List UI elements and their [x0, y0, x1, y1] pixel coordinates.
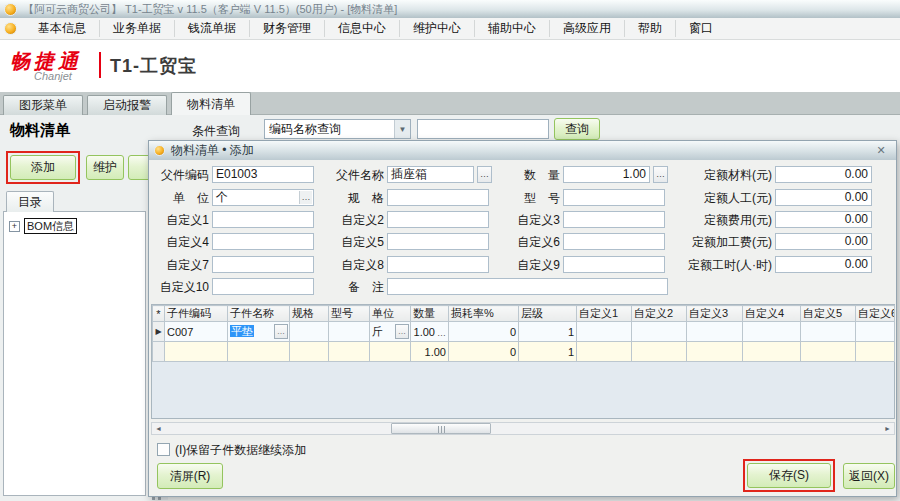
menu-item-window[interactable]: 窗口: [675, 20, 726, 37]
custom10-field[interactable]: [212, 278, 314, 295]
cell-custom2[interactable]: [632, 342, 687, 362]
menu-item-maintenance-center[interactable]: 维护中心: [399, 20, 474, 37]
query-type-dropdown[interactable]: 编码名称查询 ▼: [264, 119, 411, 139]
menu-item-info-center[interactable]: 信息中心: [324, 20, 399, 37]
custom7-field[interactable]: [212, 256, 314, 273]
child-items-grid: * 子件编码 子件名称 规格 型号 单位 数量 损耗率% 层级 自定义1 自定义…: [151, 304, 895, 419]
remark-field[interactable]: [387, 278, 668, 295]
row-marker-cell: [153, 342, 165, 362]
cell-level[interactable]: 1: [519, 322, 577, 342]
custom4-field[interactable]: [212, 233, 314, 250]
tab-startup-alert[interactable]: 启动报警: [87, 95, 167, 115]
grid-hscrollbar[interactable]: ◄ ►: [151, 422, 895, 435]
grid-row-1: ▶ C007 平垫 … 斤 … 1.00… 0: [153, 322, 895, 342]
keep-child-data-label[interactable]: (I)保留子件数据继续添加: [175, 442, 306, 459]
cell-qty[interactable]: 1.00…: [411, 322, 449, 342]
cell-child-name[interactable]: 平垫 …: [228, 322, 290, 342]
clear-button[interactable]: 清屏(R): [157, 463, 223, 489]
window-titlebar: 【阿可云商贸公司】 T1-工贸宝 v 11.5（客户端 V 11.5）(50用户…: [0, 0, 900, 18]
custom5-field[interactable]: [387, 233, 489, 250]
menu-item-finance[interactable]: 财务管理: [249, 20, 324, 37]
add-button-highlight: 添加: [6, 151, 80, 184]
cell-unit[interactable]: [370, 342, 411, 362]
tab-graphic-menu[interactable]: 图形菜单: [3, 95, 83, 115]
dropdown-arrow-icon[interactable]: ▼: [394, 120, 410, 138]
cell-spec[interactable]: [290, 342, 329, 362]
cell-level[interactable]: 1: [519, 342, 577, 362]
parent-name-label: 父件名称: [315, 167, 384, 184]
scrollbar-track[interactable]: [165, 423, 881, 434]
child-name-lookup-button[interactable]: …: [274, 324, 288, 339]
quota-expense-field[interactable]: 0.00: [775, 211, 872, 228]
cell-custom4[interactable]: [743, 322, 801, 342]
cell-loss-rate[interactable]: 0: [449, 322, 519, 342]
query-button[interactable]: 查询: [554, 118, 600, 140]
scroll-right-icon[interactable]: ►: [881, 423, 894, 434]
remark-label: 备 注: [315, 279, 384, 296]
unit-lookup-button[interactable]: …: [299, 191, 312, 204]
custom1-field[interactable]: [212, 211, 314, 228]
query-label: 条件查询: [192, 123, 240, 140]
cell-custom6[interactable]: [856, 342, 895, 362]
parent-name-field[interactable]: 插座箱: [387, 166, 474, 183]
cell-unit[interactable]: 斤 …: [370, 322, 411, 342]
back-button[interactable]: 返回(X): [843, 463, 895, 489]
tree-node-label[interactable]: BOM信息: [24, 218, 77, 234]
custom2-field[interactable]: [387, 211, 489, 228]
spec-field[interactable]: [387, 189, 489, 206]
cell-child-code[interactable]: C007: [165, 322, 228, 342]
cell-qty[interactable]: 1.00: [411, 342, 449, 362]
query-input[interactable]: [417, 119, 549, 139]
quota-labor-field[interactable]: 0.00: [775, 189, 872, 206]
menu-item-basic-info[interactable]: 基本信息: [25, 20, 99, 37]
cell-custom1[interactable]: [577, 322, 632, 342]
col-custom1: 自定义1: [577, 306, 632, 322]
app-icon: [4, 22, 17, 35]
cell-child-code[interactable]: [165, 342, 228, 362]
maintain-button[interactable]: 维护: [86, 155, 124, 180]
menu-item-business-docs[interactable]: 业务单据: [99, 20, 174, 37]
menu-item-help[interactable]: 帮助: [624, 20, 675, 37]
catalog-tab[interactable]: 目录: [6, 191, 54, 212]
document-tabstrip: 图形菜单 启动报警 物料清单: [0, 92, 900, 115]
page-title: 物料清单: [10, 121, 70, 140]
cell-spec[interactable]: [290, 322, 329, 342]
custom6-label: 自定义6: [483, 234, 560, 251]
add-button[interactable]: 添加: [10, 155, 76, 180]
tree-expand-icon[interactable]: +: [9, 221, 20, 232]
menu-item-advanced[interactable]: 高级应用: [549, 20, 624, 37]
qty-lookup-button[interactable]: …: [437, 328, 446, 338]
menu-item-assist-center[interactable]: 辅助中心: [474, 20, 549, 37]
cell-custom2[interactable]: [632, 322, 687, 342]
quota-processing-field[interactable]: 0.00: [775, 233, 872, 250]
cell-custom5[interactable]: [801, 322, 856, 342]
cell-custom4[interactable]: [743, 342, 801, 362]
cell-custom5[interactable]: [801, 342, 856, 362]
cell-custom1[interactable]: [577, 342, 632, 362]
cell-custom3[interactable]: [687, 342, 743, 362]
scrollbar-thumb[interactable]: [391, 423, 491, 434]
cell-custom3[interactable]: [687, 322, 743, 342]
cell-model[interactable]: [329, 322, 370, 342]
tree-node-bom[interactable]: + BOM信息: [9, 218, 77, 234]
unit-lookup-button[interactable]: …: [395, 324, 409, 339]
close-icon[interactable]: ✕: [874, 144, 888, 157]
quota-hours-field[interactable]: 0.00: [775, 256, 872, 273]
tab-bom-list[interactable]: 物料清单: [171, 92, 251, 115]
cell-model[interactable]: [329, 342, 370, 362]
col-custom6: 自定义6: [856, 306, 895, 322]
cell-child-name[interactable]: [228, 342, 290, 362]
quota-material-field[interactable]: 0.00: [775, 166, 872, 183]
grid-header-row: * 子件编码 子件名称 规格 型号 单位 数量 损耗率% 层级 自定义1 自定义…: [153, 306, 895, 322]
keep-child-data-checkbox[interactable]: [157, 443, 170, 456]
menu-item-cash-docs[interactable]: 钱流单据: [174, 20, 249, 37]
custom8-field[interactable]: [387, 256, 489, 273]
cell-loss-rate[interactable]: 0: [449, 342, 519, 362]
parent-code-field[interactable]: E01003: [212, 166, 314, 183]
scroll-left-icon[interactable]: ◄: [152, 423, 165, 434]
col-custom5: 自定义5: [801, 306, 856, 322]
save-button-highlight: 保存(S): [743, 459, 835, 492]
save-button[interactable]: 保存(S): [747, 463, 831, 488]
cell-custom6[interactable]: [856, 322, 895, 342]
unit-field[interactable]: 个 …: [212, 189, 314, 206]
